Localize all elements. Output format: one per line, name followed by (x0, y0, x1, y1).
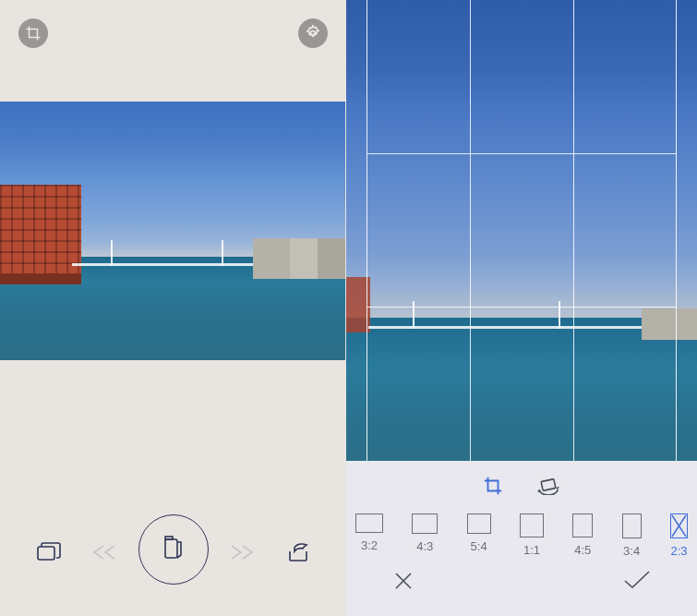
grid-line (573, 0, 574, 461)
crop-tool-button[interactable] (483, 476, 503, 500)
crop-grid[interactable] (367, 0, 677, 461)
bottom-toolbar (0, 487, 346, 616)
ratio-4-5[interactable]: 4:5 (572, 513, 593, 558)
share-icon (287, 542, 309, 562)
ratio-shape (412, 513, 438, 534)
top-toolbar (0, 0, 346, 66)
ratio-shape (572, 513, 593, 537)
close-icon (392, 579, 415, 595)
grid-line (367, 307, 676, 308)
ratio-4-3[interactable]: 4:3 (412, 513, 438, 558)
grid-line (470, 0, 471, 461)
ratio-3-2[interactable]: 3:2 (355, 513, 383, 558)
ratio-label: 4:3 (416, 539, 433, 553)
rotate-tool-button[interactable] (536, 477, 560, 499)
ratio-label: 5:4 (471, 539, 487, 553)
rotate-icon (536, 482, 560, 498)
crop-icon (483, 483, 503, 499)
crop-icon (25, 25, 42, 42)
photo-preview[interactable] (0, 102, 345, 360)
crop-stage[interactable] (346, 0, 697, 461)
film-roll-icon (160, 534, 187, 565)
ratio-shape (670, 513, 688, 538)
ratio-label: 1:1 (523, 543, 540, 557)
svg-rect-4 (541, 479, 556, 491)
film-roll-button[interactable] (138, 514, 209, 585)
confirm-row (346, 570, 697, 607)
crop-tool-row (346, 467, 697, 508)
viewer-pane (0, 0, 346, 616)
confirm-button[interactable] (623, 570, 651, 594)
check-icon (623, 577, 651, 593)
ratio-shape (355, 513, 383, 533)
ratio-label: 2:3 (670, 544, 687, 558)
crop-editor-pane: 3:24:35:41:14:53:42:3 (346, 0, 697, 616)
stack-icon (37, 542, 61, 562)
aspect-ratio-list: 3:24:35:41:14:53:42:3 (346, 513, 697, 558)
share-button[interactable] (287, 542, 309, 562)
ratio-1-1[interactable]: 1:1 (520, 513, 544, 558)
ratio-shape (520, 513, 544, 537)
svg-rect-1 (38, 547, 54, 560)
ratio-label: 3:2 (361, 538, 378, 552)
ratio-shape (622, 513, 642, 538)
previous-icon (92, 544, 116, 561)
settings-icon (304, 24, 322, 42)
settings-button[interactable] (298, 18, 328, 48)
next-icon (230, 544, 254, 561)
crop-button[interactable] (18, 18, 48, 48)
ratio-5-4[interactable]: 5:4 (467, 513, 491, 558)
ratio-2-3[interactable]: 2:3 (670, 513, 688, 558)
svg-rect-2 (165, 539, 177, 558)
ratio-label: 4:5 (574, 543, 591, 557)
ratio-3-4[interactable]: 3:4 (622, 513, 642, 558)
ratio-shape (467, 513, 491, 534)
previous-button[interactable] (92, 544, 116, 561)
ratio-label: 3:4 (623, 544, 640, 558)
grid-line (367, 153, 676, 154)
stack-button[interactable] (37, 542, 61, 562)
next-button[interactable] (230, 544, 254, 561)
photo-detail (72, 263, 345, 266)
svg-rect-3 (165, 537, 173, 539)
cancel-button[interactable] (392, 570, 415, 596)
